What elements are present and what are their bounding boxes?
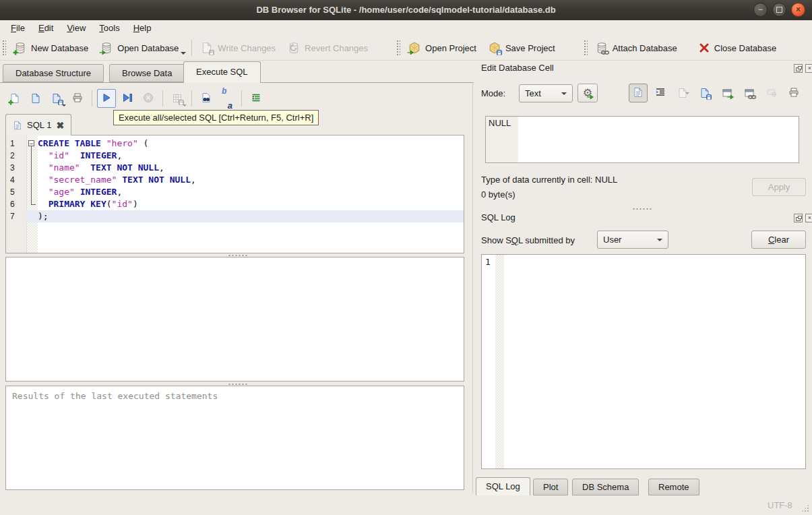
format-sql-icon	[251, 92, 261, 105]
splitter-handle[interactable]	[632, 208, 652, 210]
dock-close-icon[interactable]: ×	[805, 64, 812, 73]
clear-log-button[interactable]: Clear	[751, 231, 806, 249]
fold-marker	[26, 162, 38, 174]
tab-browse-data[interactable]: Browse Data	[109, 64, 185, 82]
sql-code-editor[interactable]: 1CREATE TABLE "hero" (2 "id" INTEGER,3 "…	[5, 135, 464, 253]
apply-button: Apply	[752, 178, 806, 196]
open-in-external-button[interactable]	[718, 84, 737, 102]
titlebar[interactable]: DB Browser for SQLite - /home/user/code/…	[0, 0, 812, 21]
code-line[interactable]: 6 PRIMARY KEY("id")	[6, 198, 464, 210]
revert-changes-button: Revert Changes	[282, 38, 374, 57]
toolbar-separator	[241, 90, 242, 107]
tab-database-structure[interactable]: Database Structure	[3, 64, 104, 82]
code-text: PRIMARY KEY("id")	[38, 198, 464, 210]
import-data-button	[673, 84, 692, 102]
open-url-button[interactable]	[740, 84, 759, 102]
save-sql-dropdown-icon[interactable]	[62, 104, 66, 107]
save-project-button[interactable]: Save Project	[482, 38, 561, 57]
save-data-icon	[699, 88, 710, 98]
save-results-button	[168, 89, 187, 108]
close-button[interactable]: ×	[791, 3, 805, 17]
results-grid-pane[interactable]	[5, 257, 464, 382]
sql-tab-close-icon[interactable]: ✖	[56, 120, 64, 131]
find-replace-icon: b a	[222, 93, 232, 104]
resize-grip[interactable]	[801, 504, 809, 512]
dock-divider[interactable]	[472, 82, 473, 493]
toolbar-handle[interactable]	[584, 40, 588, 56]
external-window-icon	[722, 88, 732, 98]
open-sql-file-button[interactable]	[26, 89, 45, 108]
dock-tab-remote[interactable]: Remote	[648, 479, 699, 495]
attach-database-button[interactable]: Attach Database	[590, 38, 683, 57]
menu-file[interactable]: File	[4, 22, 32, 34]
execute-icon	[101, 92, 112, 105]
toolbar-handle[interactable]	[2, 40, 6, 56]
new-sql-tab-button[interactable]	[5, 89, 24, 108]
code-line[interactable]: 7);	[6, 210, 464, 222]
print-cell-button[interactable]	[784, 84, 803, 102]
mode-value: Text	[525, 88, 541, 98]
auto-switch-mode-button[interactable]: ⚙	[577, 84, 598, 102]
code-text: "secret_name" TEXT NOT NULL,	[38, 174, 464, 186]
sql-log-view[interactable]: 1	[481, 254, 806, 469]
export-data-button[interactable]	[695, 84, 714, 102]
fold-marker	[26, 150, 38, 162]
line-number: 6	[6, 198, 26, 210]
open-project-button[interactable]: Open Project	[402, 38, 482, 57]
code-text: );	[38, 210, 464, 222]
attach-database-icon	[596, 42, 608, 54]
tab-execute-sql[interactable]: Execute SQL	[183, 61, 261, 83]
dock-float-icon[interactable]	[794, 214, 803, 222]
code-line[interactable]: 2 "id" INTEGER,	[6, 150, 464, 162]
dock-tab-sql-log[interactable]: SQL Log	[476, 477, 530, 495]
execute-line-button[interactable]	[118, 89, 137, 108]
import-icon	[677, 88, 688, 98]
sql-editor-tab[interactable]: SQL 1 ✖	[5, 114, 71, 135]
open-database-button[interactable]: Open Database	[94, 38, 185, 57]
code-line[interactable]: 4 "secret_name" TEXT NOT NULL,	[6, 174, 464, 186]
code-line[interactable]: 1CREATE TABLE "hero" (	[6, 138, 464, 150]
menu-help[interactable]: Help	[127, 22, 158, 34]
minimize-button[interactable]: −	[753, 3, 768, 17]
text-mode-button[interactable]	[629, 84, 648, 102]
menu-tools[interactable]: Tools	[92, 22, 126, 34]
log-filter-value: User	[603, 235, 621, 245]
save-sql-file-button[interactable]	[47, 89, 66, 108]
fold-marker[interactable]	[26, 138, 38, 150]
open-database-dropdown-icon[interactable]	[181, 52, 186, 55]
fold-marker	[26, 174, 38, 186]
code-text: CREATE TABLE "hero" (	[38, 138, 464, 150]
close-database-button[interactable]: Close Database	[693, 39, 783, 57]
results-placeholder: Results of the last executed statements	[6, 386, 464, 406]
code-line[interactable]: 3 "name" TEXT NOT NULL,	[6, 162, 464, 174]
menu-view[interactable]: View	[60, 22, 92, 34]
new-database-button[interactable]: New Database	[8, 38, 94, 57]
line-number: 5	[6, 186, 26, 198]
log-filter-select[interactable]: User	[597, 231, 668, 249]
cell-value-editor[interactable]: NULL	[485, 116, 799, 163]
maximize-icon	[776, 7, 782, 13]
dock-float-icon[interactable]	[794, 64, 803, 73]
dock-tab-db-schema[interactable]: DB Schema	[572, 479, 639, 495]
toolbar-separator	[191, 90, 192, 107]
new-database-icon	[14, 42, 26, 54]
code-text: "age" INTEGER,	[38, 186, 464, 198]
new-tab-icon	[9, 93, 20, 104]
format-sql-button[interactable]	[247, 89, 266, 108]
chevron-down-icon	[657, 239, 662, 241]
mode-select[interactable]: Text	[519, 84, 573, 102]
menu-edit[interactable]: Edit	[32, 22, 60, 34]
dock-close-icon[interactable]: ×	[805, 214, 812, 222]
code-line[interactable]: 5 "age" INTEGER,	[6, 186, 464, 198]
maximize-button[interactable]	[772, 3, 786, 17]
dock-tab-plot[interactable]: Plot	[533, 479, 568, 495]
edit-cell-title: Edit Database Cell	[481, 63, 554, 73]
results-message-pane[interactable]: Results of the last executed statements	[5, 386, 464, 490]
toolbar-handle[interactable]	[396, 40, 400, 56]
word-wrap-button[interactable]	[651, 84, 670, 102]
find-button[interactable]	[197, 89, 216, 108]
find-replace-button[interactable]: b a	[218, 89, 237, 108]
execute-all-button[interactable]	[97, 89, 116, 108]
print-sql-button[interactable]	[68, 89, 87, 108]
fold-marker	[26, 210, 38, 222]
